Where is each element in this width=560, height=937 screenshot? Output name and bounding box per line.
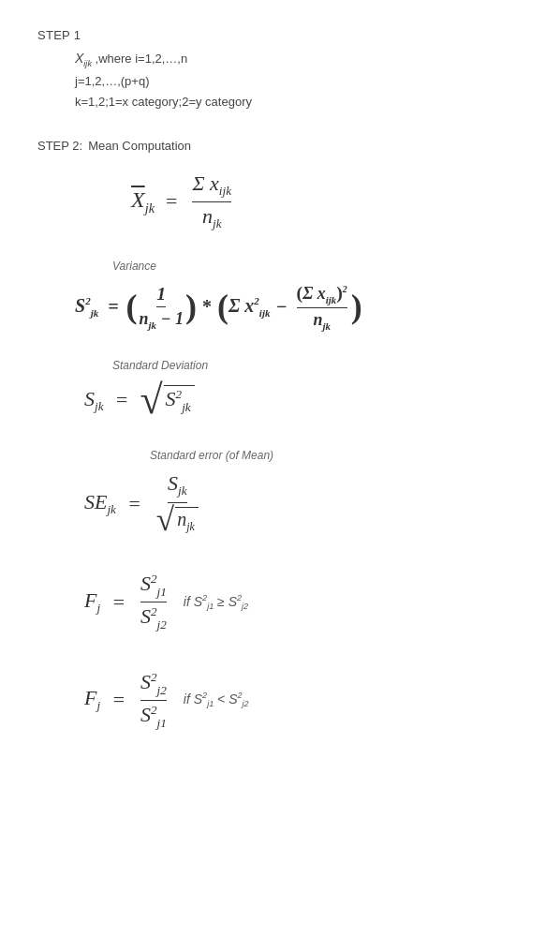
f2-formula-block: Fj = S2j2 S2j1 if S2j1 < S2j2 <box>84 670 523 730</box>
stddev-lhs: Sjk <box>84 387 104 414</box>
variance-formula-block: S2jk = ( 1 njk − 1 ) * ( Σ x2ijk − (Σ xi… <box>75 282 523 331</box>
step1-line1: Xijk ,where i=1,2,…,n <box>75 48 523 71</box>
f1-equals: = <box>111 590 125 615</box>
variance-lhs: S2jk <box>75 295 98 319</box>
stddev-label: Standard Deviation <box>112 359 523 372</box>
se-label: Standard error (of Mean) <box>150 449 523 462</box>
se-lhs: SEjk <box>84 490 116 517</box>
mean-formula-block: Xjk = Σ xijk njk <box>131 171 523 231</box>
mean-fraction: Σ xijk njk <box>192 171 231 231</box>
step2-label-text: STEP 2: <box>37 139 82 153</box>
se-fraction: Sjk √ njk <box>156 471 199 536</box>
variance-last-frac: (Σ xijk)2 njk <box>297 282 347 331</box>
f2-condition: if S2j1 < S2j2 <box>184 691 249 708</box>
se-equals: = <box>127 492 141 516</box>
variance-sum-paren-open: ( <box>297 282 303 303</box>
variance-minus: − <box>275 296 287 318</box>
stddev-sqrt: √ S2jk <box>140 381 194 419</box>
step1-content: Xijk ,where i=1,2,…,n j=1,2,…,(p+q) k=1,… <box>75 48 523 112</box>
f1-lhs: Fj <box>84 588 100 616</box>
step2-header: STEP 2: Mean Computation <box>37 139 523 153</box>
mean-lhs: Xjk <box>131 187 155 216</box>
f1-condition: if S2j1 ≥ S2j2 <box>184 593 248 611</box>
sqrt-content-se: njk <box>175 507 199 534</box>
step1-line3: k=1,2;1=x category;2=y category <box>75 92 523 112</box>
step1-label: STEP 1 <box>37 28 523 42</box>
f2-equals: = <box>111 688 125 712</box>
step1-line2: j=1,2,…,(p+q) <box>75 71 523 92</box>
se-formula-block: SEjk = Sjk √ njk <box>84 471 523 536</box>
f2-fraction: S2j2 S2j1 <box>140 670 167 730</box>
variance-sum-x2: Σ x2ijk <box>228 295 271 319</box>
variance-close-paren3: ) <box>351 290 362 323</box>
stddev-formula-block: Sjk = √ S2jk <box>84 381 523 419</box>
variance-label: Variance <box>112 260 523 273</box>
variance-open-paren2: ( <box>217 290 228 323</box>
stddev-equals: = <box>115 388 129 412</box>
step2-sublabel: Mean Computation <box>88 139 191 153</box>
variance-equals: = <box>108 296 118 318</box>
sqrt-content: S2jk <box>164 385 195 415</box>
f1-formula-block: Fj = S2j1 S2j2 if S2j1 ≥ S2j2 <box>84 572 523 632</box>
variance-times: * <box>202 296 212 318</box>
sqrt-symbol: √ <box>140 381 162 419</box>
variance-close-paren: ) <box>185 290 197 323</box>
variance-open-paren: ( <box>126 290 138 323</box>
f1-fraction: S2j1 S2j2 <box>140 572 167 632</box>
se-sqrt-den: √ njk <box>156 505 199 535</box>
variance-inner-frac: 1 njk − 1 <box>140 283 184 331</box>
f2-lhs: Fj <box>84 686 100 713</box>
mean-equals: = <box>166 189 177 214</box>
sqrt-symbol-se: √ <box>156 505 174 535</box>
